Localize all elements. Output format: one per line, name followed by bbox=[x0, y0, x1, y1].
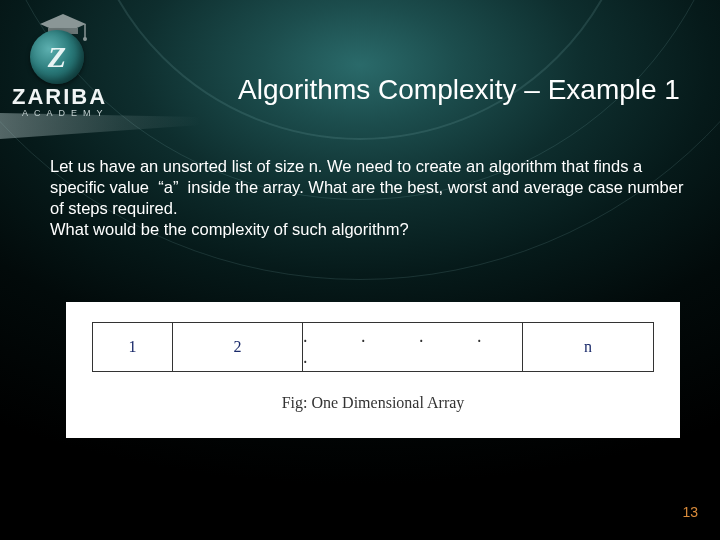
page-number: 13 bbox=[682, 504, 698, 520]
logo: Z ZARIBA ACADEMY bbox=[8, 6, 128, 126]
array-cell-2: 2 bbox=[173, 323, 303, 371]
slide-body: Let us have an unsorted list of size n. … bbox=[50, 156, 684, 240]
svg-point-3 bbox=[83, 37, 87, 41]
array-cell-dots: . . . . . bbox=[303, 323, 523, 371]
logo-letter: Z bbox=[48, 40, 66, 74]
brand-name: ZARIBA bbox=[12, 84, 107, 110]
array-row: 1 2 . . . . . n bbox=[92, 322, 654, 372]
slide: Z ZARIBA ACADEMY Algorithms Complexity –… bbox=[0, 0, 720, 540]
figure-caption: Fig: One Dimensional Array bbox=[92, 394, 654, 412]
logo-medallion: Z bbox=[30, 30, 84, 84]
figure-array: 1 2 . . . . . n Fig: One Dimensional Arr… bbox=[66, 302, 680, 438]
slide-title: Algorithms Complexity – Example 1 bbox=[238, 74, 720, 106]
array-cell-1: 1 bbox=[93, 323, 173, 371]
paragraph-2: What would be the complexity of such alg… bbox=[50, 219, 684, 240]
paragraph-1: Let us have an unsorted list of size n. … bbox=[50, 156, 684, 219]
array-cell-n: n bbox=[523, 323, 653, 371]
